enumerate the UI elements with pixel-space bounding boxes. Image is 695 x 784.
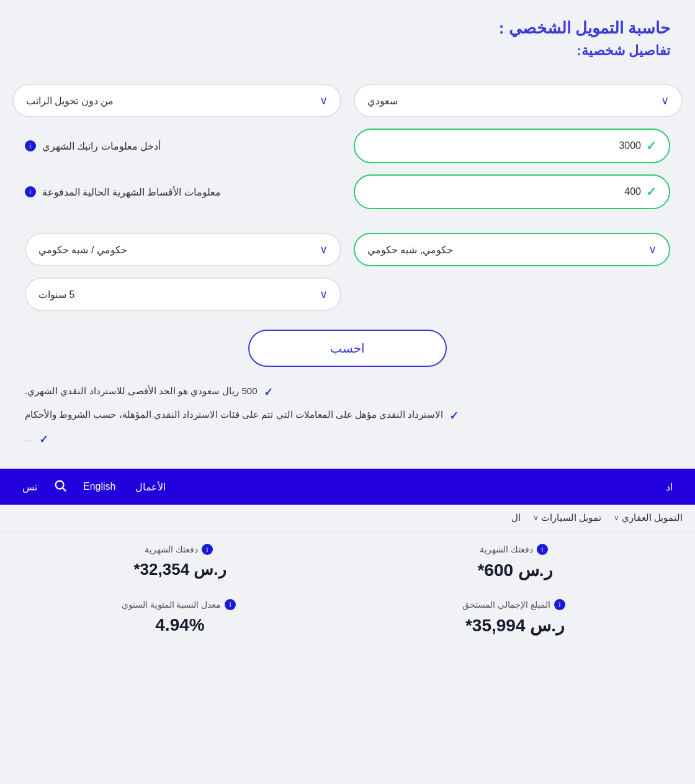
salary-transfer-value: من دون تحويل الراتب: [26, 95, 114, 107]
chevron-down-icon-2: ∨: [320, 94, 328, 107]
result-item-1: ✓ 500 ريال سعودي هو الحد الأقصى للاستردا…: [25, 385, 670, 399]
calculate-btn-row: احسب: [0, 330, 695, 367]
installments-label-text: معلومات الأقساط الشهرية الحالية المدفوعة: [42, 186, 221, 198]
employer-row: ∨ حكومي, شبه حكومي ∨ حكومي / شبه حكومي: [12, 233, 683, 266]
calculate-button[interactable]: احسب: [248, 330, 447, 367]
svg-point-0: [56, 480, 64, 489]
duration-row: ∨ 5 سنوات: [12, 277, 683, 311]
bottom-results-row1: i دفعتك الشهرية ر.س 600* i دفعتك الشهرية…: [0, 531, 695, 593]
nav-item-business-label: الأعمال: [135, 481, 166, 493]
employer-left-field: ∨ حكومي, شبه حكومي: [354, 233, 670, 266]
sub-nav-item-other[interactable]: ال: [511, 512, 521, 523]
search-icon[interactable]: [47, 479, 73, 495]
monthly-salary-row: ✓ أدخل معلومات راتبك الشهري i: [12, 128, 683, 163]
installments-input[interactable]: [367, 186, 641, 197]
page-wrapper: حاسبة التمويل الشخصي : تفاصيل شخصية: ∨ س…: [0, 0, 695, 654]
duration-dropdown[interactable]: ∨ 5 سنوات: [25, 277, 341, 311]
section-subtitle: تفاصيل شخصية:: [25, 43, 670, 59]
page-title: حاسبة التمويل الشخصي :: [25, 19, 670, 38]
chevron-down-icon-7: ∨: [533, 513, 539, 522]
nav-item-ad[interactable]: اد: [656, 469, 683, 505]
salary-label-text: أدخل معلومات راتبك الشهري: [42, 140, 161, 152]
check-icon-result-3: ✓: [39, 433, 48, 446]
spacer1: [12, 220, 683, 233]
chevron-down-icon-6: ∨: [614, 513, 619, 522]
info-icon-card4[interactable]: i: [225, 599, 236, 610]
nav-item-ts[interactable]: تس: [12, 469, 47, 505]
sub-nav-other-label: ال: [511, 512, 521, 523]
result-card-4-label-text: معدل النسبة المئوية السنوي: [122, 600, 222, 610]
result-card-3-label-text: المبلغ الإجمالي المستحق: [462, 600, 550, 610]
chevron-down-icon: ∨: [661, 94, 669, 107]
chevron-down-icon-3: ∨: [648, 243, 657, 256]
installments-label-field: معلومات الأقساط الشهرية الحالية المدفوعة…: [25, 174, 341, 209]
result-card-2: i دفعتك الشهرية ر.س 32,354*: [25, 544, 335, 580]
info-icon-salary[interactable]: i: [25, 140, 36, 151]
result-item-3: ✓ ...: [25, 433, 670, 446]
employer-right-field: ∨ حكومي / شبه حكومي: [25, 233, 341, 266]
installments-input-field: ✓: [354, 174, 670, 209]
info-icon-card3[interactable]: i: [554, 599, 565, 610]
salary-input[interactable]: [367, 140, 641, 151]
svg-line-1: [63, 488, 66, 491]
chevron-down-icon-4: ∨: [320, 243, 328, 256]
result-text-3: ...: [25, 433, 33, 443]
sub-nav: التمويل العقاري ∨ تمويل السيارات ∨ ال: [0, 505, 695, 531]
result-text-1: 500 ريال سعودي هو الحد الأقصى للاسترداد …: [25, 385, 258, 397]
salary-transfer-dropdown[interactable]: ∨ من دون تحويل الراتب: [12, 84, 341, 117]
result-card-4-value: 4.94%: [25, 615, 335, 635]
check-icon-result-2: ✓: [449, 409, 459, 423]
chevron-down-icon-5: ∨: [320, 287, 328, 301]
result-card-4-label: i معدل النسبة المئوية السنوي: [25, 599, 335, 610]
results-section: ✓ 500 ريال سعودي هو الحد الأقصى للاستردا…: [0, 385, 695, 469]
sub-nav-item-cars[interactable]: تمويل السيارات ∨: [533, 512, 601, 523]
salary-input-wrapper: ✓: [354, 128, 670, 163]
result-card-4: i معدل النسبة المئوية السنوي 4.94%: [25, 599, 335, 636]
employer-right-dropdown[interactable]: ∨ حكومي / شبه حكومي: [25, 233, 341, 266]
result-card-1: i دفعتك الشهرية ر.س 600*: [360, 544, 670, 580]
nav-item-ad-label: اد: [666, 481, 673, 493]
nationality-value: سعودي: [367, 95, 398, 107]
result-card-2-value: ر.س 32,354*: [25, 560, 335, 579]
nav-item-business[interactable]: الأعمال: [125, 469, 176, 505]
duration-field: ∨ 5 سنوات: [25, 277, 341, 311]
info-icon-card1[interactable]: i: [537, 544, 548, 555]
info-icon-card2[interactable]: i: [202, 544, 213, 555]
result-card-1-label: i دفعتك الشهرية: [360, 544, 670, 555]
bottom-results-row2: i المبلغ الإجمالي المستحق ر.س 35,994* i …: [0, 593, 695, 654]
nav-item-ts-label: تس: [22, 481, 37, 493]
salary-label: أدخل معلومات راتبك الشهري i: [25, 140, 341, 152]
nav-bar-items: اد الأعمال English تس: [12, 469, 683, 505]
sub-nav-item-mortgage[interactable]: التمويل العقاري ∨: [614, 512, 683, 523]
salary-label-field: أدخل معلومات راتبك الشهري i: [25, 128, 341, 163]
nav-bar: اد الأعمال English تس: [0, 469, 695, 505]
employer-left-value: حكومي, شبه حكومي: [367, 244, 453, 256]
info-icon-installments[interactable]: i: [25, 186, 36, 197]
check-icon: ✓: [646, 138, 657, 153]
nationality-salary-row: ∨ سعودي ∨ من دون تحويل الراتب: [12, 84, 683, 117]
installments-row: ✓ معلومات الأقساط الشهرية الحالية المدفو…: [12, 174, 683, 209]
sub-nav-cars-label: تمويل السيارات: [541, 512, 601, 523]
employer-left-dropdown[interactable]: ∨ حكومي, شبه حكومي: [354, 233, 670, 266]
result-card-1-label-text: دفعتك الشهرية: [480, 544, 533, 554]
nationality-dropdown[interactable]: ∨ سعودي: [354, 84, 683, 117]
installments-label: معلومات الأقساط الشهرية الحالية المدفوعة…: [25, 186, 221, 198]
top-section: حاسبة التمويل الشخصي : تفاصيل شخصية:: [0, 0, 695, 84]
employer-right-value: حكومي / شبه حكومي: [38, 244, 127, 256]
installments-input-wrapper: ✓: [354, 174, 670, 209]
result-card-3-label: i المبلغ الإجمالي المستحق: [360, 599, 670, 610]
result-card-2-label-text: دفعتك الشهرية: [145, 544, 198, 554]
result-text-2: الاسترداد النقدي مؤهل على المعاملات التي…: [25, 409, 443, 420]
nav-item-english[interactable]: English: [73, 469, 125, 505]
result-card-3: i المبلغ الإجمالي المستحق ر.س 35,994*: [360, 599, 670, 636]
result-item-2: ✓ الاسترداد النقدي مؤهل على المعاملات ال…: [25, 409, 670, 423]
form-section: ∨ سعودي ∨ من دون تحويل الراتب ✓: [0, 84, 695, 311]
check-icon-result-1: ✓: [264, 385, 273, 399]
result-card-2-label: i دفعتك الشهرية: [25, 544, 335, 555]
duration-value: 5 سنوات: [38, 289, 74, 300]
nationality-field: ∨ سعودي: [354, 84, 683, 117]
check-icon-2: ✓: [646, 184, 657, 199]
salary-transfer-field: ∨ من دون تحويل الراتب: [12, 84, 341, 117]
sub-nav-mortgage-label: التمويل العقاري: [622, 512, 683, 523]
nav-item-english-label: English: [83, 481, 115, 492]
